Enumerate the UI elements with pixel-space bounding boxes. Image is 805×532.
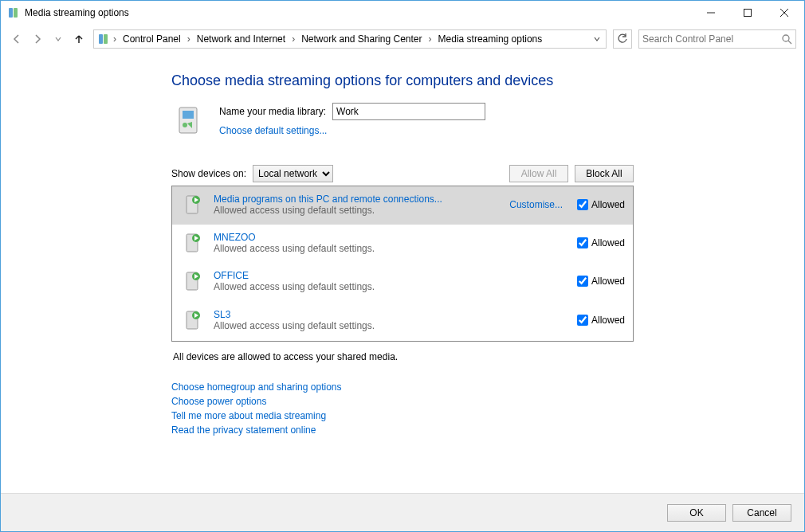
device-row[interactable]: SL3Allowed access using default settings… [172,301,633,339]
customise-link[interactable]: Customise... [509,199,563,210]
device-icon [180,268,206,294]
device-name[interactable]: SL3 [214,309,569,320]
choose-default-settings-link[interactable]: Choose default settings... [219,125,485,136]
recent-dropdown-button[interactable] [50,31,66,47]
svg-rect-0 [9,8,13,18]
show-devices-label: Show devices on: [171,168,246,179]
status-line: All devices are allowed to access your s… [171,351,634,362]
library-name-label: Name your media library: [219,106,326,117]
footer: OK Cancel [1,493,804,531]
chevron-right-icon[interactable]: › [290,33,296,45]
device-name[interactable]: MNEZOO [214,232,569,243]
allow-all-button[interactable]: Allow All [509,165,568,182]
device-row[interactable]: Media programs on this PC and remote con… [172,186,633,225]
minimize-button[interactable] [693,1,729,25]
block-all-button[interactable]: Block All [575,165,634,182]
device-info: MNEZOOAllowed access using default setti… [214,232,569,254]
device-subtext: Allowed access using default settings. [214,243,569,254]
search-input[interactable] [642,33,781,45]
device-icon [180,230,206,256]
app-icon [7,6,20,19]
up-button[interactable] [71,31,87,47]
close-button[interactable] [766,1,803,25]
device-subtext: Allowed access using default settings. [214,281,569,292]
breadcrumb-segment[interactable]: Network and Sharing Center [296,30,426,48]
device-name[interactable]: Media programs on this PC and remote con… [214,194,501,205]
breadcrumb-segment[interactable]: Control Panel [118,30,186,48]
content-area: Choose media streaming options for compu… [1,53,804,493]
device-row[interactable]: OFFICEAllowed access using default setti… [172,263,633,301]
media-library-icon [171,103,206,138]
svg-point-8 [783,35,789,41]
device-subtext: Allowed access using default settings. [214,205,501,216]
nav-arrows [9,31,87,47]
breadcrumb-icon [96,33,112,45]
learn-more-link[interactable]: Tell me more about media streaming [171,410,634,421]
window-title: Media streaming options [25,7,693,18]
titlebar: Media streaming options [1,1,804,25]
svg-rect-1 [14,8,18,18]
library-name-row: Name your media library: Choose default … [171,103,634,138]
allowed-checkbox[interactable] [577,315,588,326]
svg-rect-6 [99,34,103,44]
device-info: SL3Allowed access using default settings… [214,309,569,331]
chevron-down-icon[interactable] [593,35,601,43]
power-options-link[interactable]: Choose power options [171,396,634,407]
toolbar: › Control Panel › Network and Internet ›… [1,25,804,53]
chevron-right-icon[interactable]: › [186,33,192,45]
device-row[interactable]: MNEZOOAllowed access using default setti… [172,225,633,263]
allowed-label: Allowed [591,237,625,248]
search-box[interactable] [638,29,796,49]
allowed-checkbox-wrap[interactable]: Allowed [577,276,625,287]
allowed-checkbox-wrap[interactable]: Allowed [577,237,625,248]
allowed-checkbox[interactable] [577,276,588,287]
device-subtext: Allowed access using default settings. [214,320,569,331]
back-button[interactable] [9,31,25,47]
chevron-right-icon[interactable]: › [112,33,118,45]
device-list[interactable]: Media programs on this PC and remote con… [171,186,634,342]
allowed-label: Allowed [591,276,625,287]
svg-rect-11 [183,111,194,119]
privacy-link[interactable]: Read the privacy statement online [171,424,634,436]
allowed-label: Allowed [591,199,625,210]
device-info: OFFICEAllowed access using default setti… [214,270,569,292]
library-name-input[interactable] [332,103,485,120]
filter-row: Show devices on: Local network Allow All… [171,165,634,182]
cancel-button[interactable]: Cancel [732,504,791,522]
breadcrumb[interactable]: › Control Panel › Network and Internet ›… [93,29,607,49]
device-icon [180,307,206,333]
bottom-links: Choose homegroup and sharing options Cho… [171,381,634,436]
allowed-label: Allowed [591,315,625,326]
allowed-checkbox-wrap[interactable]: Allowed [577,199,625,210]
allowed-checkbox[interactable] [577,237,588,248]
svg-point-12 [183,123,187,127]
device-name[interactable]: OFFICE [214,270,569,281]
svg-rect-3 [744,10,752,17]
chevron-right-icon[interactable]: › [427,33,434,45]
refresh-button[interactable] [613,29,632,49]
maximize-button[interactable] [729,1,766,25]
breadcrumb-segment[interactable]: Network and Internet [192,30,290,48]
svg-line-9 [788,41,791,44]
window: Media streaming options [0,0,805,532]
allowed-checkbox[interactable] [577,199,588,210]
allowed-checkbox-wrap[interactable]: Allowed [577,315,625,326]
breadcrumb-segment[interactable]: Media streaming options [434,30,548,48]
page-heading: Choose media streaming options for compu… [171,72,634,90]
network-scope-select[interactable]: Local network [253,165,333,182]
device-info: Media programs on this PC and remote con… [214,194,501,216]
svg-rect-7 [104,34,108,44]
homegroup-link[interactable]: Choose homegroup and sharing options [171,381,634,393]
search-icon[interactable] [781,33,792,45]
forward-button[interactable] [29,31,45,47]
device-icon [180,192,206,217]
ok-button[interactable]: OK [667,504,726,522]
